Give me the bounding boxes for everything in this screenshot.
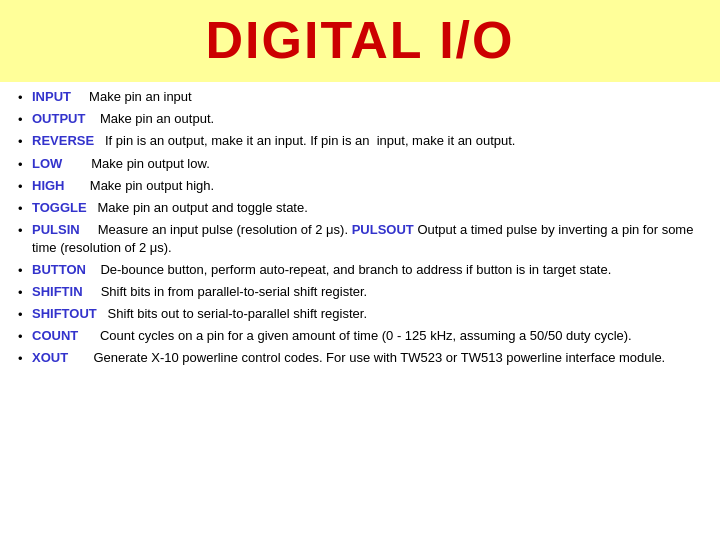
bullet-icon: • — [18, 88, 32, 107]
list-item: • LOW Make pin output low. — [18, 155, 702, 174]
list-item: • HIGH Make pin output high. — [18, 177, 702, 196]
keyword-xout: XOUT — [32, 350, 68, 365]
desc-low: Make pin output low. — [66, 156, 210, 171]
bullet-icon: • — [18, 283, 32, 302]
keyword-pulsout: PULSOUT — [352, 222, 414, 237]
item-body: LOW Make pin output low. — [32, 155, 702, 173]
keyword-output: OUTPUT — [32, 111, 85, 126]
list-item: • COUNT Count cycles on a pin for a give… — [18, 327, 702, 346]
item-body: HIGH Make pin output high. — [32, 177, 702, 195]
keyword-high: HIGH — [32, 178, 65, 193]
keyword-toggle: TOGGLE — [32, 200, 87, 215]
page-header: DIGITAL I/O — [0, 0, 720, 82]
page-title: DIGITAL I/O — [0, 10, 720, 70]
desc-pulsin: Measure an input pulse (resolution of 2 … — [83, 222, 351, 237]
desc-count: Count cycles on a pin for a given amount… — [82, 328, 632, 343]
keyword-count: COUNT — [32, 328, 78, 343]
list-item: • OUTPUT Make pin an output. — [18, 110, 702, 129]
bullet-icon: • — [18, 132, 32, 151]
bullet-icon: • — [18, 199, 32, 218]
desc-xout: Generate X-10 powerline control codes. F… — [72, 350, 665, 365]
keyword-button: BUTTON — [32, 262, 86, 277]
list-item: • REVERSE If pin is an output, make it a… — [18, 132, 702, 151]
bullet-icon: • — [18, 349, 32, 368]
bullet-icon: • — [18, 327, 32, 346]
item-body: SHIFTIN Shift bits in from parallel-to-s… — [32, 283, 702, 301]
item-body: PULSIN Measure an input pulse (resolutio… — [32, 221, 702, 257]
list-item: • TOGGLE Make pin an output and toggle s… — [18, 199, 702, 218]
keyword-low: LOW — [32, 156, 62, 171]
desc-button: De-bounce button, perform auto-repeat, a… — [90, 262, 612, 277]
bullet-icon: • — [18, 155, 32, 174]
keyword-shiftout: SHIFTOUT — [32, 306, 97, 321]
bullet-icon: • — [18, 110, 32, 129]
bullet-icon: • — [18, 261, 32, 280]
desc-toggle: Make pin an output and toggle state. — [90, 200, 308, 215]
list-item: • PULSIN Measure an input pulse (resolut… — [18, 221, 702, 257]
desc-output: Make pin an output. — [89, 111, 214, 126]
item-body: INPUT Make pin an input — [32, 88, 702, 106]
list-item: • BUTTON De-bounce button, perform auto-… — [18, 261, 702, 280]
item-body: COUNT Count cycles on a pin for a given … — [32, 327, 702, 345]
desc-high: Make pin output high. — [68, 178, 214, 193]
desc-reverse: If pin is an output, make it an input. I… — [98, 133, 516, 148]
item-body: XOUT Generate X-10 powerline control cod… — [32, 349, 702, 367]
bullet-icon: • — [18, 177, 32, 196]
keyword-shiftin: SHIFTIN — [32, 284, 83, 299]
item-body: TOGGLE Make pin an output and toggle sta… — [32, 199, 702, 217]
item-body: OUTPUT Make pin an output. — [32, 110, 702, 128]
keyword-reverse: REVERSE — [32, 133, 94, 148]
item-body: BUTTON De-bounce button, perform auto-re… — [32, 261, 702, 279]
desc-input: Make pin an input — [75, 89, 192, 104]
keyword-input: INPUT — [32, 89, 71, 104]
desc-shiftin: Shift bits in from parallel-to-serial sh… — [86, 284, 367, 299]
desc-shiftout: Shift bits out to serial-to-parallel shi… — [100, 306, 367, 321]
content-area: • INPUT Make pin an input • OUTPUT Make … — [0, 82, 720, 377]
keyword-pulsin: PULSIN — [32, 222, 80, 237]
bullet-icon: • — [18, 221, 32, 240]
bullet-icon: • — [18, 305, 32, 324]
item-body: REVERSE If pin is an output, make it an … — [32, 132, 702, 150]
list-item: • INPUT Make pin an input — [18, 88, 702, 107]
list-item: • SHIFTOUT Shift bits out to serial-to-p… — [18, 305, 702, 324]
list-item: • XOUT Generate X-10 powerline control c… — [18, 349, 702, 368]
list-item: • SHIFTIN Shift bits in from parallel-to… — [18, 283, 702, 302]
item-body: SHIFTOUT Shift bits out to serial-to-par… — [32, 305, 702, 323]
